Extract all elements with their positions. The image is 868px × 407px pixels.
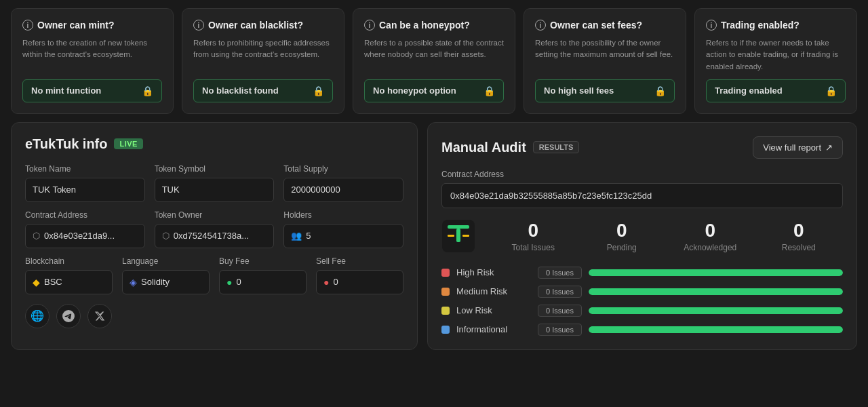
token-info-header: eTukTuk info LIVE [25,136,403,152]
medium-risk-row: Medium Risk 0 Issues [441,286,843,298]
fees-card-badge[interactable]: No high sell fees 🔒 [535,79,675,102]
low-risk-progress-bg [589,307,843,314]
contract-address-input[interactable]: ⬡ 0x84e03e21da9... [25,224,145,248]
buy-fee-input[interactable]: ● 0 [219,270,307,294]
info-risk-progress-bg [589,326,843,333]
green-dot-icon: ● [226,277,232,288]
lock-icon-honeypot: 🔒 [484,85,495,96]
pending-value: 0 [578,220,667,241]
honeypot-card-title: i Can be a honeypot? [364,20,504,31]
trading-card-desc: Refers to if the owner needs to take act… [706,37,846,73]
blockchain-label: Blockchain [25,256,113,266]
view-report-button[interactable]: View full report ↗ [753,136,843,159]
live-badge: LIVE [114,138,142,149]
token-owner-input[interactable]: ⬡ 0xd7524541738a... [155,224,275,248]
low-risk-badge: 0 Issues [538,305,582,317]
info-icon-blacklist: i [193,20,204,31]
total-supply-group: Total Supply 2000000000 [283,164,403,202]
pending-label: Pending [578,243,667,252]
token-symbol-input[interactable]: TUK [155,178,275,202]
fees-card-title: i Owner can set fees? [535,20,675,31]
medium-risk-badge: 0 Issues [538,286,582,298]
lock-icon-fees: 🔒 [654,85,666,96]
trading-card: i Trading enabled? Refers to if the owne… [694,8,857,114]
resolved-value: 0 [755,220,844,241]
fees-card-desc: Refers to the possibility of the owner s… [535,37,675,73]
pending-stat: 0 Pending [578,220,667,252]
social-links-row: 🌐 [25,304,403,328]
resolved-label: Resolved [755,243,844,252]
high-risk-progress-fill [589,269,843,276]
token-symbol-group: Token Symbol TUK [155,164,275,202]
blacklist-card-badge[interactable]: No blacklist found 🔒 [193,79,333,102]
main-section: eTukTuk info LIVE Token Name TUK Token T… [0,122,868,358]
contract-address-label: Contract Address [25,210,145,220]
holders-input[interactable]: 👥 5 [283,224,403,248]
blockchain-input[interactable]: ◆ BSC [25,270,113,294]
people-icon: 👥 [291,231,302,241]
external-link-icon3: ↗ [825,142,833,153]
total-supply-label: Total Supply [283,164,403,174]
info-risk-name: Informational [456,324,531,334]
blacklist-card-desc: Refers to prohibiting specific addresses… [193,37,333,73]
high-risk-badge: 0 Issues [538,267,582,279]
total-issues-label: Total Issues [489,243,578,252]
token-name-group: Token Name TUK Token [25,164,145,202]
medium-risk-progress-fill [589,288,843,295]
medium-risk-name: Medium Risk [456,286,531,296]
manual-audit-panel: Manual Audit RESULTS View full report ↗ … [427,122,857,350]
mint-card-badge[interactable]: No mint function 🔒 [22,79,162,102]
token-info-panel: eTukTuk info LIVE Token Name TUK Token T… [11,122,418,350]
high-risk-dot [441,269,450,277]
bsc-icon: ◆ [33,277,40,288]
total-supply-input[interactable]: 2000000000 [283,178,403,202]
resolved-stat: 0 Resolved [755,220,844,252]
acknowledged-stat: 0 Acknowledged [666,220,755,252]
telegram-button[interactable] [56,304,81,328]
audit-stats-row: 0 Total Issues 0 Pending 0 Acknowledged … [441,219,843,253]
sell-fee-group: Sell Fee ● 0 [316,256,403,294]
info-icon-fees: i [535,20,546,31]
honeypot-card-badge[interactable]: No honeypot option 🔒 [364,79,504,102]
token-form-grid: Token Name TUK Token Token Symbol TUK To… [25,164,403,248]
svg-rect-2 [456,229,460,242]
website-button[interactable]: 🌐 [25,304,50,328]
trading-card-badge[interactable]: Trading enabled 🔒 [706,79,846,102]
token-info-title: eTukTuk info [25,136,107,152]
red-dot-icon: ● [323,277,329,288]
trading-card-title: i Trading enabled? [706,20,846,31]
language-label: Language [122,256,210,266]
medium-risk-dot [441,288,450,296]
holders-group: Holders 👥 5 [283,210,403,248]
svg-rect-3 [448,235,454,237]
total-issues-value: 0 [489,220,578,241]
info-icon-trading: i [706,20,717,31]
language-group: Language ◈ Solidity [122,256,210,294]
info-risk-progress-fill [589,326,843,333]
svg-rect-1 [448,225,469,229]
mint-card: i Owner can mint? Refers to the creation… [11,8,174,114]
sell-fee-label: Sell Fee [316,256,403,266]
results-badge: RESULTS [533,141,580,153]
token-name-input[interactable]: TUK Token [25,178,145,202]
holders-label: Holders [283,210,403,220]
low-risk-name: Low Risk [456,305,531,315]
token-symbol-label: Token Symbol [155,164,275,174]
blacklist-card: i Owner can blacklist? Refers to prohibi… [182,8,344,114]
solidity-icon: ◈ [130,277,137,288]
contract-addr-section-label: Contract Address [441,170,843,179]
honeypot-card: i Can be a honeypot? Refers to a possibl… [353,8,515,114]
lock-icon-blacklist: 🔒 [313,85,324,96]
audit-title: Manual Audit [441,140,526,155]
info-risk-badge: 0 Issues [538,324,582,336]
mint-card-title: i Owner can mint? [22,20,162,31]
language-input[interactable]: ◈ Solidity [122,270,210,294]
low-risk-dot [441,307,450,315]
twitter-button[interactable] [87,304,112,328]
sell-fee-input[interactable]: ● 0 [316,270,403,294]
buy-fee-group: Buy Fee ● 0 [219,256,307,294]
acknowledged-label: Acknowledged [666,243,755,252]
buy-fee-label: Buy Fee [219,256,307,266]
info-risk-dot [441,326,450,334]
high-risk-progress-bg [589,269,843,276]
